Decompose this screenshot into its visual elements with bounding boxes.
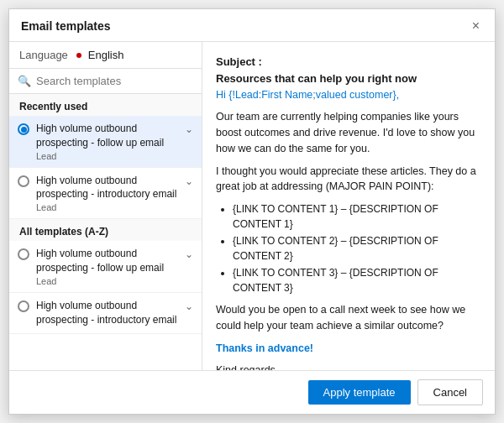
language-required-dot — [76, 53, 81, 58]
section-all-templates-label: All templates (A-Z) — [9, 219, 202, 241]
email-closing: Kind regards, — [216, 363, 481, 370]
email-greeting: Hi {!Lead:First Name;valued customer}, — [216, 89, 399, 101]
language-label: Language — [19, 49, 68, 61]
email-subject-value: Resources that can help you right now — [216, 72, 417, 85]
template-name: High volume outbound prospecting - follo… — [36, 122, 178, 150]
template-item[interactable]: High volume outbound prospecting - intro… — [9, 168, 202, 220]
list-item: {LINK TO CONTENT 2} – {DESCRIPTION OF CO… — [233, 233, 481, 264]
list-item: {LINK TO CONTENT 3} – {DESCRIPTION OF CO… — [233, 265, 481, 295]
search-icon: 🔍 — [18, 75, 31, 87]
templates-list: Recently used High volume outbound prosp… — [9, 94, 202, 370]
template-name: High volume outbound prospecting - follo… — [36, 247, 178, 275]
chevron-down-icon: ⌄ — [185, 175, 193, 187]
dialog-body: Language English 🔍 Recently used Hi — [9, 42, 495, 370]
chevron-down-icon: ⌄ — [185, 123, 193, 135]
language-row: Language English — [9, 42, 202, 69]
template-name: High volume outbound prospecting - intro… — [36, 299, 178, 327]
radio-unselected — [18, 248, 29, 260]
template-item[interactable]: High volume outbound prospecting - follo… — [9, 116, 202, 168]
cancel-button[interactable]: Cancel — [417, 379, 483, 405]
email-body: Hi {!Lead:First Name;valued customer}, O… — [216, 87, 481, 371]
template-item[interactable]: High volume outbound prospecting - intro… — [9, 293, 202, 335]
template-item[interactable]: High volume outbound prospecting - follo… — [9, 241, 202, 293]
chevron-down-icon: ⌄ — [185, 248, 193, 260]
list-item: {LINK TO CONTENT 1} – {DESCRIPTION OF CO… — [233, 201, 481, 232]
template-meta: Lead — [36, 276, 178, 286]
email-links-list: {LINK TO CONTENT 1} – {DESCRIPTION OF CO… — [233, 201, 481, 295]
radio-unselected — [18, 175, 29, 187]
template-meta: Lead — [36, 151, 178, 161]
dialog-title: Email templates — [21, 19, 111, 33]
close-button[interactable]: × — [469, 18, 483, 34]
search-box: 🔍 — [9, 69, 202, 94]
radio-unselected — [18, 300, 29, 312]
radio-selected — [18, 123, 29, 135]
dialog-footer: Apply template Cancel — [9, 370, 495, 414]
search-input[interactable] — [36, 75, 193, 87]
chevron-down-icon: ⌄ — [185, 300, 193, 312]
dialog-header: Email templates × — [9, 9, 495, 42]
section-recently-used-label: Recently used — [9, 94, 202, 116]
template-name: High volume outbound prospecting - intro… — [36, 174, 178, 202]
email-thanks: Thanks in advance! — [216, 341, 481, 357]
email-para3: Would you be open to a call next week to… — [216, 302, 481, 334]
left-panel: Language English 🔍 Recently used Hi — [9, 42, 202, 370]
email-subject-label: Subject : — [216, 55, 262, 68]
email-templates-dialog: Email templates × Language English 🔍 Rec… — [8, 8, 496, 415]
email-para1: Our team are currently helping companies… — [216, 109, 481, 156]
email-subject-row: Subject : Resources that can help you ri… — [216, 54, 481, 87]
apply-template-button[interactable]: Apply template — [308, 380, 411, 405]
template-meta: Lead — [36, 202, 178, 212]
email-preview-panel: Subject : Resources that can help you ri… — [202, 42, 495, 370]
email-para2: I thought you would appreciate these art… — [216, 164, 481, 196]
language-value: English — [88, 49, 124, 61]
